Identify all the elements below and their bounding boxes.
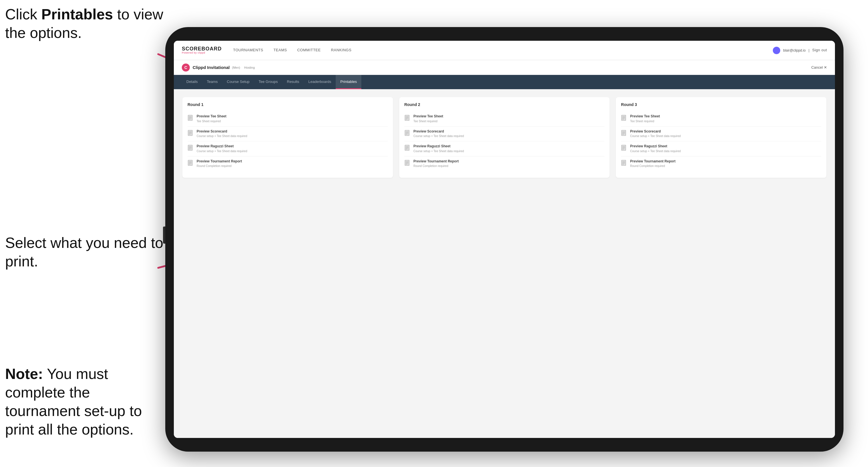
tab-printables[interactable]: Printables [336, 75, 361, 89]
annotation-top: Click Printables to view the options. [5, 5, 165, 42]
raguzzi-icon-r3 [621, 145, 627, 152]
tab-results[interactable]: Results [282, 75, 304, 89]
tablet-side-button [163, 226, 165, 244]
round-2-tournament-report-sub: Round Completion required [413, 164, 605, 168]
scorecard-icon-r1 [187, 130, 194, 137]
tee-sheet-icon-r3 [621, 115, 627, 122]
cancel-button[interactable]: Cancel ✕ [811, 65, 827, 69]
round-1-tee-sheet-sub: Tee Sheet required [197, 119, 388, 123]
round-3-raguzzi-sub: Course setup + Tee Sheet data required [630, 149, 821, 153]
divider: | [808, 49, 809, 53]
nav-links: TOURNAMENTS TEAMS COMMITTEE RANKINGS [233, 47, 773, 54]
rounds-grid: Round 1 Preview [182, 97, 827, 178]
nav-tournaments[interactable]: TOURNAMENTS [233, 47, 263, 54]
tab-details[interactable]: Details [182, 75, 202, 89]
round-3-tournament-report-sub: Round Completion required [630, 164, 821, 168]
raguzzi-icon-r2 [404, 145, 411, 152]
scorecard-icon-r2 [404, 130, 411, 137]
round-2-tee-sheet[interactable]: Preview Tee Sheet Tee Sheet required [404, 112, 605, 126]
tournament-gender: (Men) [232, 66, 240, 69]
tablet-frame: SCOREBOARD Powered by clippd TOURNAMENTS… [165, 27, 843, 452]
round-1-tee-sheet-info: Preview Tee Sheet Tee Sheet required [197, 114, 388, 123]
round-1-scorecard[interactable]: Preview Scorecard Course setup + Tee She… [187, 126, 388, 142]
round-1-title: Round 1 [187, 102, 388, 107]
app-content: SCOREBOARD Powered by clippd TOURNAMENTS… [174, 41, 835, 438]
round-3-title: Round 3 [621, 102, 821, 107]
round-3-tournament-report-title: Preview Tournament Report [630, 159, 821, 164]
sub-nav: Details Teams Course Setup Tee Groups Re… [174, 75, 835, 89]
tee-sheet-icon [187, 115, 194, 122]
round-1-tournament-report[interactable]: Preview Tournament Report Round Completi… [187, 156, 388, 171]
round-2-tournament-report-title: Preview Tournament Report [413, 159, 605, 164]
round-1-raguzzi-info: Preview Raguzzi Sheet Course setup + Tee… [197, 144, 388, 153]
round-1-tee-sheet-title: Preview Tee Sheet [197, 114, 388, 119]
main-content: Round 1 Preview [174, 89, 835, 438]
round-1-tournament-report-title: Preview Tournament Report [197, 159, 388, 164]
round-2-scorecard-info: Preview Scorecard Course setup + Tee She… [413, 129, 605, 138]
tournament-name: Clippd Invitational [193, 65, 230, 70]
tab-tee-groups[interactable]: Tee Groups [254, 75, 282, 89]
round-2-scorecard[interactable]: Preview Scorecard Course setup + Tee She… [404, 126, 605, 142]
tab-teams[interactable]: Teams [202, 75, 222, 89]
round-2-title: Round 2 [404, 102, 605, 107]
round-3-tee-sheet-title: Preview Tee Sheet [630, 114, 821, 119]
round-3-scorecard[interactable]: Preview Scorecard Course setup + Tee She… [621, 126, 821, 142]
round-2-raguzzi-info: Preview Raguzzi Sheet Course setup + Tee… [413, 144, 605, 153]
nav-committee[interactable]: COMMITTEE [297, 47, 321, 54]
round-3-scorecard-sub: Course setup + Tee Sheet data required [630, 134, 821, 138]
round-3-tournament-report-info: Preview Tournament Report Round Completi… [630, 159, 821, 168]
round-1-tee-sheet[interactable]: Preview Tee Sheet Tee Sheet required [187, 112, 388, 126]
user-avatar [773, 47, 780, 54]
raguzzi-icon-r1 [187, 145, 194, 152]
round-2-tee-sheet-sub: Tee Sheet required [413, 119, 605, 123]
user-email: blair@clippd.io [783, 49, 806, 53]
round-3-raguzzi[interactable]: Preview Raguzzi Sheet Course setup + Tee… [621, 141, 821, 156]
round-1-tournament-report-info: Preview Tournament Report Round Completi… [197, 159, 388, 168]
round-1-raguzzi-title: Preview Raguzzi Sheet [197, 144, 388, 149]
tournament-logo: C [182, 64, 190, 71]
round-3-scorecard-title: Preview Scorecard [630, 129, 821, 134]
round-2-tournament-report-info: Preview Tournament Report Round Completi… [413, 159, 605, 168]
brand-title: SCOREBOARD [182, 46, 222, 51]
tournament-report-icon-r1 [187, 160, 194, 167]
round-1-scorecard-sub: Course setup + Tee Sheet data required [197, 134, 388, 138]
round-2-raguzzi-title: Preview Raguzzi Sheet [413, 144, 605, 149]
round-1-scorecard-title: Preview Scorecard [197, 129, 388, 134]
round-2-column: Round 2 Preview Tee Sheet Tee Sheet requ… [399, 97, 610, 178]
round-1-raguzzi[interactable]: Preview Raguzzi Sheet Course setup + Tee… [187, 141, 388, 156]
round-2-tee-sheet-info: Preview Tee Sheet Tee Sheet required [413, 114, 605, 123]
brand: SCOREBOARD Powered by clippd [182, 46, 222, 55]
annotation-middle: Select what you need to print. [5, 234, 165, 271]
tournament-report-icon-r2 [404, 160, 411, 167]
round-3-tee-sheet-info: Preview Tee Sheet Tee Sheet required [630, 114, 821, 123]
round-2-raguzzi[interactable]: Preview Raguzzi Sheet Course setup + Tee… [404, 141, 605, 156]
round-1-scorecard-info: Preview Scorecard Course setup + Tee She… [197, 129, 388, 138]
round-3-tee-sheet-sub: Tee Sheet required [630, 119, 821, 123]
round-1-raguzzi-sub: Course setup + Tee Sheet data required [197, 149, 388, 153]
round-2-scorecard-sub: Course setup + Tee Sheet data required [413, 134, 605, 138]
top-nav: SCOREBOARD Powered by clippd TOURNAMENTS… [174, 41, 835, 60]
brand-sub: Powered by clippd [182, 51, 222, 55]
round-2-tee-sheet-title: Preview Tee Sheet [413, 114, 605, 119]
sign-out-link[interactable]: Sign out [812, 47, 827, 54]
hosting-badge: Hosting [244, 66, 255, 69]
tournament-report-icon-r3 [621, 160, 627, 167]
nav-rankings[interactable]: RANKINGS [331, 47, 351, 54]
nav-teams[interactable]: TEAMS [274, 47, 287, 54]
tablet-screen: SCOREBOARD Powered by clippd TOURNAMENTS… [174, 41, 835, 438]
round-2-tournament-report[interactable]: Preview Tournament Report Round Completi… [404, 156, 605, 171]
scorecard-icon-r3 [621, 130, 627, 137]
nav-right: blair@clippd.io | Sign out [773, 47, 827, 54]
round-1-column: Round 1 Preview [182, 97, 393, 178]
tab-leaderboards[interactable]: Leaderboards [304, 75, 336, 89]
round-3-tee-sheet[interactable]: Preview Tee Sheet Tee Sheet required [621, 112, 821, 126]
round-1-tournament-report-sub: Round Completion required [197, 164, 388, 168]
tab-course-setup[interactable]: Course Setup [222, 75, 254, 89]
round-3-scorecard-info: Preview Scorecard Course setup + Tee She… [630, 129, 821, 138]
round-3-tournament-report[interactable]: Preview Tournament Report Round Completi… [621, 156, 821, 171]
round-2-scorecard-title: Preview Scorecard [413, 129, 605, 134]
tournament-bar: C Clippd Invitational (Men) Hosting Canc… [174, 60, 835, 75]
round-3-column: Round 3 Preview Tee Sheet Tee Sheet requ… [616, 97, 827, 178]
round-3-raguzzi-info: Preview Raguzzi Sheet Course setup + Tee… [630, 144, 821, 153]
annotation-bottom: Note: You must complete the tournament s… [5, 365, 165, 439]
